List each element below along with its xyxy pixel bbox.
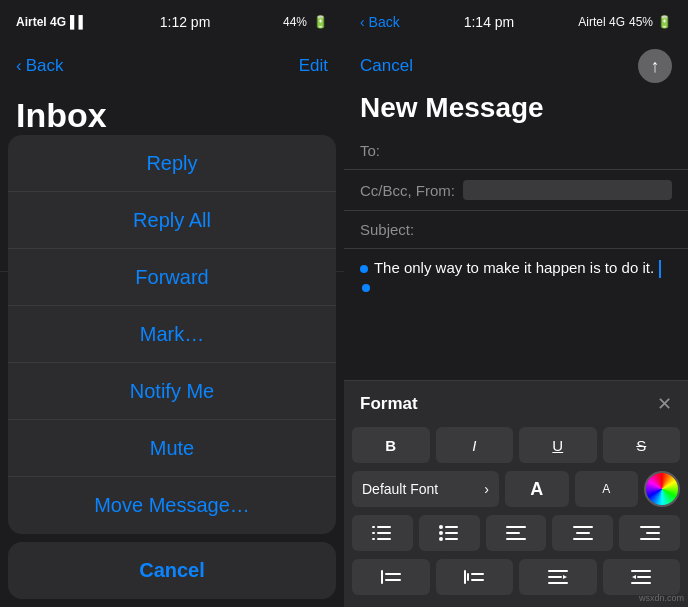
to-field[interactable]: To:: [344, 132, 688, 170]
action-mute[interactable]: Mute: [8, 420, 336, 477]
action-cancel[interactable]: Cancel: [8, 542, 336, 599]
svg-rect-5: [377, 538, 391, 540]
svg-rect-3: [377, 526, 391, 528]
svg-rect-30: [548, 582, 568, 584]
battery-icon-left: 🔋: [313, 15, 328, 29]
svg-rect-23: [385, 579, 401, 581]
svg-rect-17: [573, 538, 593, 540]
svg-rect-13: [506, 532, 520, 534]
font-label: Default Font: [362, 481, 438, 497]
svg-point-7: [439, 531, 443, 535]
svg-rect-12: [506, 526, 526, 528]
time-left: 1:12 pm: [160, 14, 211, 30]
battery-left: 44% 🔋: [283, 15, 328, 29]
format-close-button[interactable]: ✕: [657, 393, 672, 415]
unordered-list-button[interactable]: [419, 515, 480, 551]
format-row-3: [344, 511, 688, 555]
left-panel: Airtel 4G ▌▌ 1:12 pm 44% 🔋 ‹ Back Edit I…: [0, 0, 344, 607]
italic-button[interactable]: I: [436, 427, 514, 463]
svg-marker-35: [632, 575, 636, 579]
bold-button[interactable]: B: [352, 427, 430, 463]
cursor: [659, 260, 661, 278]
ordered-list-button[interactable]: [352, 515, 413, 551]
rtl-button[interactable]: [603, 559, 681, 595]
time-right: 1:14 pm: [464, 14, 515, 30]
send-button[interactable]: ↑: [638, 49, 672, 83]
format-header: Format ✕: [344, 389, 688, 423]
watermark: wsxdn.com: [639, 593, 684, 603]
selection-dot-left: [360, 265, 368, 273]
back-right[interactable]: ‹ Back: [360, 14, 400, 30]
subject-field[interactable]: Subject:: [344, 211, 688, 249]
cc-label: Cc/Bcc, From:: [360, 182, 455, 199]
action-notify[interactable]: Notify Me: [8, 363, 336, 420]
svg-rect-25: [471, 573, 484, 575]
indent-left-button[interactable]: [352, 559, 430, 595]
color-picker-button[interactable]: [644, 471, 680, 507]
font-size-small-button[interactable]: A: [575, 471, 639, 507]
font-picker[interactable]: Default Font ›: [352, 471, 499, 507]
align-left-button[interactable]: [486, 515, 547, 551]
action-sheet-menu: Reply Reply All Forward Mark… Notify Me …: [8, 135, 336, 534]
nav-bar-left: ‹ Back Edit: [0, 44, 344, 88]
svg-rect-34: [631, 582, 651, 584]
action-reply[interactable]: Reply: [8, 135, 336, 192]
cancel-compose-button[interactable]: Cancel: [360, 56, 413, 76]
cc-value-placeholder: [463, 180, 672, 200]
align-right-button[interactable]: [619, 515, 680, 551]
action-sheet: Reply Reply All Forward Mark… Notify Me …: [0, 135, 344, 607]
status-bar-left: Airtel 4G ▌▌ 1:12 pm 44% 🔋: [0, 0, 344, 44]
carrier-right: Airtel 4G: [578, 15, 625, 29]
chevron-left-icon: ‹: [16, 56, 22, 76]
svg-rect-16: [576, 532, 590, 534]
send-icon: ↑: [651, 56, 660, 77]
font-size-large-button[interactable]: A: [505, 471, 569, 507]
action-reply-all[interactable]: Reply All: [8, 192, 336, 249]
svg-rect-32: [631, 570, 651, 572]
signal-icon: ▌▌: [70, 15, 87, 29]
underline-button[interactable]: U: [519, 427, 597, 463]
compose-title: New Message: [344, 88, 688, 132]
svg-rect-26: [471, 579, 484, 581]
svg-rect-19: [646, 532, 660, 534]
action-forward[interactable]: Forward: [8, 249, 336, 306]
body-text: The only way to make it happen is to do …: [374, 259, 654, 276]
back-label: Back: [26, 56, 64, 76]
font-chevron-icon: ›: [484, 481, 489, 497]
back-button[interactable]: ‹ Back: [16, 56, 63, 76]
svg-rect-11: [445, 538, 458, 540]
subject-label: Subject:: [360, 221, 414, 238]
battery-right: Airtel 4G 45% 🔋: [578, 15, 672, 29]
edit-button-left[interactable]: Edit: [299, 56, 328, 76]
action-move[interactable]: Move Message…: [8, 477, 336, 534]
right-panel: ‹ Back 1:14 pm Airtel 4G 45% 🔋 Cancel ↑ …: [344, 0, 688, 607]
svg-rect-2: [372, 538, 375, 540]
svg-rect-1: [372, 532, 375, 534]
svg-rect-27: [467, 573, 469, 581]
compose-nav: Cancel ↑: [344, 44, 688, 88]
indent-right-button[interactable]: [436, 559, 514, 595]
svg-rect-4: [377, 532, 391, 534]
svg-rect-24: [464, 570, 466, 584]
cc-field[interactable]: Cc/Bcc, From:: [344, 170, 688, 211]
svg-rect-29: [548, 576, 562, 578]
svg-rect-9: [445, 526, 458, 528]
selection-dot-right: [362, 284, 370, 292]
svg-rect-10: [445, 532, 458, 534]
svg-rect-0: [372, 526, 375, 528]
carrier-left: Airtel 4G: [16, 15, 66, 29]
to-label: To:: [360, 142, 380, 159]
svg-rect-15: [573, 526, 593, 528]
strikethrough-button[interactable]: S: [603, 427, 681, 463]
svg-marker-31: [563, 575, 567, 579]
text-direction-button[interactable]: [519, 559, 597, 595]
align-center-button[interactable]: [552, 515, 613, 551]
svg-rect-33: [637, 576, 651, 578]
compose-body[interactable]: The only way to make it happen is to do …: [344, 249, 688, 380]
svg-rect-22: [385, 573, 401, 575]
svg-point-6: [439, 525, 443, 529]
action-mark[interactable]: Mark…: [8, 306, 336, 363]
battery-icon-right: 🔋: [657, 15, 672, 29]
format-row-4: [344, 555, 688, 599]
svg-rect-28: [548, 570, 568, 572]
